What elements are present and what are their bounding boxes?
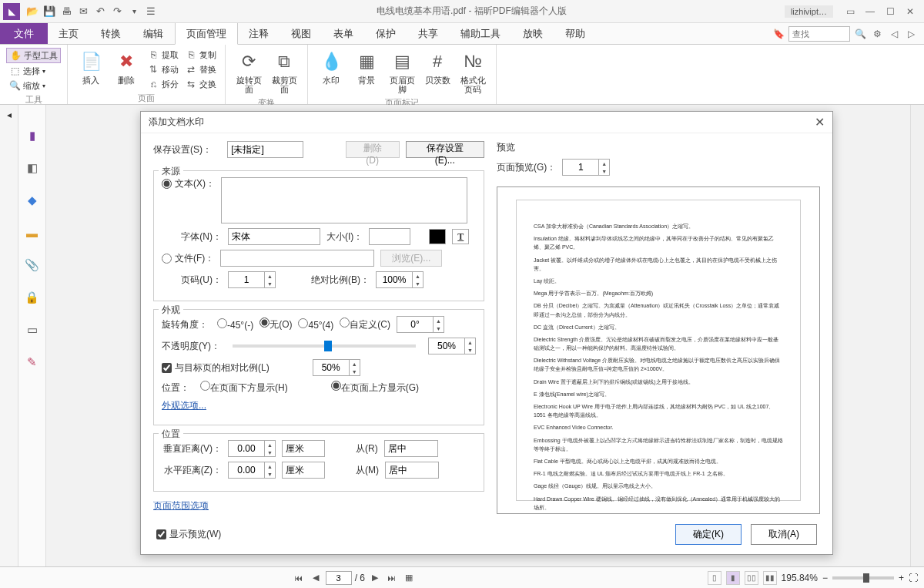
zoom-out-icon[interactable]: − [822, 573, 828, 583]
tab-page-manage[interactable]: 页面管理 [175, 23, 238, 45]
zoom-in-icon[interactable]: + [899, 573, 904, 583]
rot-45-radio[interactable] [298, 318, 308, 328]
move-button[interactable]: ⇅移动 [145, 62, 181, 76]
pos-below-radio[interactable] [200, 381, 210, 391]
tab-protect[interactable]: 保护 [365, 23, 407, 44]
view-mode-4-icon[interactable]: ▮▮ [763, 571, 777, 585]
nav-thumb-icon[interactable]: ▦ [402, 571, 416, 585]
undo-icon[interactable]: ↶ [92, 4, 108, 19]
hdist-input[interactable] [229, 462, 264, 478]
tab-convert[interactable]: 转换 [90, 23, 132, 44]
replace-button[interactable]: ⇄替换 [182, 62, 219, 76]
rot-custom-input[interactable] [397, 317, 433, 332]
hand-tool-button[interactable]: ✋手型工具 [6, 48, 61, 63]
insert-button[interactable]: 📄插入 [74, 48, 108, 86]
extract-button[interactable]: ⎘提取 [145, 48, 181, 62]
nav-next-page-icon[interactable]: ▶ [368, 571, 382, 585]
dialog-close-icon[interactable]: ✕ [815, 115, 825, 129]
pos-above-radio[interactable] [331, 381, 341, 391]
nav-first-icon[interactable]: ⏮ [292, 571, 306, 585]
hdist-from-select[interactable]: 居中 [385, 462, 439, 479]
security-panel-icon[interactable]: 🔒 [25, 290, 40, 305]
opacity-slider[interactable] [233, 344, 416, 348]
signatures-panel-icon[interactable]: ✎ [25, 354, 40, 370]
tab-share[interactable]: 共享 [407, 23, 450, 44]
vertical-scrollbar[interactable] [910, 105, 924, 566]
mail-icon[interactable]: ✉ [75, 4, 91, 19]
rel-scale-spinner[interactable]: ▲▼ [313, 359, 360, 376]
source-text-radio[interactable] [162, 179, 172, 189]
more-icon[interactable]: ☰ [143, 4, 159, 19]
close-window-icon[interactable]: ✕ [901, 4, 919, 19]
opacity-spinner[interactable]: ▲▼ [428, 338, 476, 354]
layers-panel-icon[interactable]: ◆ [25, 193, 40, 208]
tab-home[interactable]: 主页 [48, 23, 90, 44]
font-select[interactable]: 宋体 [228, 228, 320, 245]
crop-button[interactable]: ⧉裁剪页面 [267, 48, 301, 96]
view-mode-3-icon[interactable]: ▯▯ [745, 571, 758, 585]
pages-panel-icon[interactable]: ◧ [25, 160, 40, 176]
format-page-button[interactable]: №格式化页码 [456, 48, 490, 96]
tab-help[interactable]: 帮助 [554, 23, 597, 44]
tab-comment[interactable]: 注释 [238, 23, 280, 44]
gear-icon[interactable]: ⚙ [870, 27, 884, 41]
print-icon[interactable]: 🖶 [59, 4, 74, 19]
page-preview-input[interactable] [563, 160, 598, 175]
appearance-options-link[interactable]: 外观选项... [162, 399, 206, 412]
vdist-from-select[interactable]: 居中 [384, 440, 438, 457]
nav-prev-icon[interactable]: ◁ [887, 27, 901, 41]
rotate-button[interactable]: ⟳旋转页面 [232, 48, 266, 96]
vdist-unit-select[interactable]: 厘米 [282, 440, 325, 457]
swap-button[interactable]: ⇆交换 [182, 77, 219, 91]
split-button[interactable]: ⎌拆分 [145, 77, 181, 91]
view-mode-2-icon[interactable]: ▮ [726, 571, 740, 585]
rot-custom-spinner[interactable]: ▲▼ [397, 316, 444, 333]
hdist-spinner[interactable]: ▲▼ [228, 462, 276, 479]
bookmark-search-icon[interactable]: 🔖 [772, 27, 785, 41]
tab-form[interactable]: 表单 [323, 23, 365, 44]
left-collapse-handle[interactable]: ◂ [0, 105, 18, 566]
vdist-input[interactable] [229, 441, 264, 456]
vdist-spinner[interactable]: ▲▼ [228, 440, 276, 457]
ok-button[interactable]: 确定(K) [675, 524, 742, 545]
minimize-icon[interactable]: — [861, 4, 879, 19]
nav-last-icon[interactable]: ⏭ [385, 571, 399, 585]
dropdown-icon[interactable]: ▾ [126, 4, 142, 19]
hdist-unit-select[interactable]: 厘米 [282, 462, 325, 479]
color-swatch[interactable] [429, 229, 446, 244]
nav-next-icon[interactable]: ▷ [904, 27, 918, 41]
watermark-text-input[interactable] [221, 177, 467, 223]
cancel-button[interactable]: 取消(A) [751, 524, 817, 545]
select-tool-button[interactable]: ⬚选择▾ [6, 64, 61, 78]
underline-button[interactable]: T [452, 229, 469, 244]
rel-scale-check[interactable] [162, 363, 172, 373]
save-icon[interactable]: 💾 [42, 4, 57, 19]
fullscreen-icon[interactable]: ⛶ [909, 573, 918, 583]
comments-panel-icon[interactable]: ▬ [25, 225, 40, 240]
open-icon[interactable]: 📂 [25, 4, 40, 19]
fields-panel-icon[interactable]: ▭ [25, 322, 40, 338]
rel-scale-input[interactable] [313, 360, 349, 375]
rot-none-radio[interactable] [259, 318, 270, 328]
rot-neg45-radio[interactable] [217, 318, 227, 328]
size-select[interactable] [369, 228, 410, 245]
page-preview-spinner[interactable]: ▲▼ [562, 159, 610, 176]
page-range-link[interactable]: 页面范围选项 [153, 499, 209, 512]
tab-slideshow[interactable]: 放映 [512, 23, 554, 44]
zoom-slider[interactable] [832, 576, 894, 580]
show-preview-check[interactable] [156, 529, 166, 539]
tab-edit[interactable]: 编辑 [132, 23, 175, 44]
redo-icon[interactable]: ↷ [109, 4, 125, 19]
nav-prev-page-icon[interactable]: ◀ [309, 571, 323, 585]
copy-button[interactable]: ⎘复制 [182, 48, 219, 62]
ribbon-toggle-icon[interactable]: ▭ [841, 4, 859, 19]
maximize-icon[interactable]: ☐ [881, 4, 899, 19]
view-mode-1-icon[interactable]: ▯ [708, 571, 721, 585]
page-input[interactable] [326, 571, 352, 585]
save-settings-select[interactable]: [未指定] [227, 141, 303, 158]
save-settings-button[interactable]: 保存设置(E)... [406, 141, 484, 158]
page-spinner-input[interactable] [229, 272, 264, 287]
rot-custom-radio[interactable] [340, 318, 350, 328]
delete-button[interactable]: ✖删除 [109, 48, 143, 86]
file-tab[interactable]: 文件 [0, 23, 48, 44]
